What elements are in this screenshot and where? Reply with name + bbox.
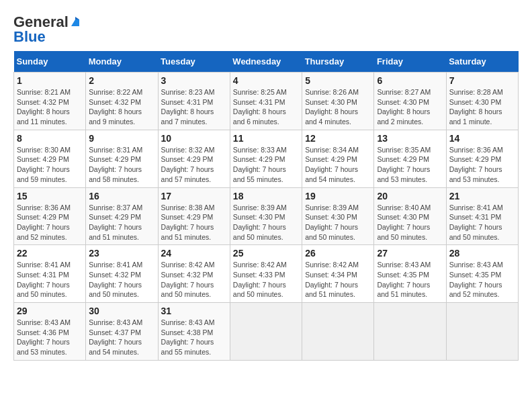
daylight-label: Daylight: 7 hours and 59 minutes. bbox=[17, 165, 70, 183]
sunset-label: Sunset: 4:38 PM bbox=[161, 328, 214, 336]
calendar-table: SundayMondayTuesdayWednesdayThursdayFrid… bbox=[13, 51, 519, 361]
sunrise-label: Sunrise: 8:42 AM bbox=[233, 261, 287, 269]
day-info: Sunrise: 8:39 AM Sunset: 4:30 PM Dayligh… bbox=[233, 203, 299, 242]
sunrise-label: Sunrise: 8:36 AM bbox=[17, 203, 71, 212]
daylight-label: Daylight: 7 hours and 53 minutes. bbox=[377, 165, 430, 183]
day-info: Sunrise: 8:37 AM Sunset: 4:29 PM Dayligh… bbox=[89, 203, 154, 242]
sunrise-label: Sunrise: 8:43 AM bbox=[161, 318, 215, 326]
sunrise-label: Sunrise: 8:25 AM bbox=[233, 88, 287, 96]
calendar-day-cell: 30 Sunrise: 8:43 AM Sunset: 4:37 PM Dayl… bbox=[86, 303, 158, 361]
day-info: Sunrise: 8:23 AM Sunset: 4:31 PM Dayligh… bbox=[161, 87, 227, 127]
calendar-day-cell: 10 Sunrise: 8:32 AM Sunset: 4:29 PM Dayl… bbox=[158, 130, 230, 187]
calendar-day-cell: 2 Sunrise: 8:22 AM Sunset: 4:32 PM Dayli… bbox=[86, 73, 158, 130]
weekday-header-cell: Wednesday bbox=[230, 51, 302, 73]
day-number: 19 bbox=[305, 191, 371, 201]
day-number: 25 bbox=[233, 248, 299, 259]
daylight-label: Daylight: 7 hours and 55 minutes. bbox=[233, 165, 286, 183]
day-info: Sunrise: 8:36 AM Sunset: 4:29 PM Dayligh… bbox=[17, 203, 83, 242]
sunrise-label: Sunrise: 8:37 AM bbox=[89, 203, 142, 212]
calendar-day-cell: 23 Sunrise: 8:41 AM Sunset: 4:32 PM Dayl… bbox=[86, 245, 158, 303]
sunrise-label: Sunrise: 8:33 AM bbox=[233, 146, 287, 154]
sunset-label: Sunset: 4:29 PM bbox=[161, 213, 214, 221]
daylight-label: Daylight: 7 hours and 50 minutes. bbox=[233, 281, 286, 299]
day-number: 8 bbox=[17, 133, 83, 144]
calendar-day-cell bbox=[446, 303, 518, 361]
sunset-label: Sunset: 4:29 PM bbox=[17, 213, 69, 221]
calendar-day-cell: 4 Sunrise: 8:25 AM Sunset: 4:31 PM Dayli… bbox=[230, 73, 302, 130]
sunset-label: Sunset: 4:30 PM bbox=[305, 213, 357, 221]
calendar-day-cell: 25 Sunrise: 8:42 AM Sunset: 4:33 PM Dayl… bbox=[230, 245, 302, 303]
sunrise-label: Sunrise: 8:42 AM bbox=[305, 261, 359, 269]
daylight-label: Daylight: 7 hours and 50 minutes. bbox=[89, 281, 142, 299]
daylight-label: Daylight: 7 hours and 50 minutes. bbox=[17, 281, 70, 299]
daylight-label: Daylight: 7 hours and 58 minutes. bbox=[89, 165, 142, 183]
day-info: Sunrise: 8:27 AM Sunset: 4:30 PM Dayligh… bbox=[377, 87, 443, 127]
weekday-header-row: SundayMondayTuesdayWednesdayThursdayFrid… bbox=[14, 51, 519, 73]
sunrise-label: Sunrise: 8:40 AM bbox=[377, 203, 431, 212]
sunset-label: Sunset: 4:30 PM bbox=[377, 98, 429, 106]
day-info: Sunrise: 8:42 AM Sunset: 4:32 PM Dayligh… bbox=[161, 260, 227, 300]
day-number: 23 bbox=[89, 248, 154, 259]
sunrise-label: Sunrise: 8:23 AM bbox=[161, 88, 215, 96]
sunrise-label: Sunrise: 8:38 AM bbox=[161, 203, 215, 212]
sunrise-label: Sunrise: 8:43 AM bbox=[449, 261, 503, 269]
day-number: 22 bbox=[17, 248, 83, 259]
day-info: Sunrise: 8:43 AM Sunset: 4:35 PM Dayligh… bbox=[377, 260, 443, 300]
calendar-day-cell bbox=[302, 303, 374, 361]
day-number: 11 bbox=[233, 133, 299, 144]
daylight-label: Daylight: 7 hours and 51 minutes. bbox=[305, 281, 358, 299]
calendar-day-cell: 16 Sunrise: 8:37 AM Sunset: 4:29 PM Dayl… bbox=[86, 187, 158, 245]
sunset-label: Sunset: 4:29 PM bbox=[449, 155, 502, 163]
calendar-day-cell: 20 Sunrise: 8:40 AM Sunset: 4:30 PM Dayl… bbox=[374, 187, 446, 245]
day-info: Sunrise: 8:34 AM Sunset: 4:29 PM Dayligh… bbox=[305, 145, 371, 185]
day-number: 7 bbox=[449, 75, 515, 86]
sunrise-label: Sunrise: 8:41 AM bbox=[89, 261, 142, 269]
sunrise-label: Sunrise: 8:21 AM bbox=[17, 88, 71, 96]
day-number: 4 bbox=[233, 75, 299, 86]
day-info: Sunrise: 8:36 AM Sunset: 4:29 PM Dayligh… bbox=[449, 145, 515, 185]
day-number: 1 bbox=[17, 75, 83, 86]
day-info: Sunrise: 8:43 AM Sunset: 4:37 PM Dayligh… bbox=[89, 318, 154, 357]
calendar-day-cell: 27 Sunrise: 8:43 AM Sunset: 4:35 PM Dayl… bbox=[374, 245, 446, 303]
daylight-label: Daylight: 7 hours and 57 minutes. bbox=[161, 165, 214, 183]
day-info: Sunrise: 8:41 AM Sunset: 4:31 PM Dayligh… bbox=[17, 260, 83, 300]
calendar-day-cell: 12 Sunrise: 8:34 AM Sunset: 4:29 PM Dayl… bbox=[302, 130, 374, 187]
daylight-label: Daylight: 8 hours and 4 minutes. bbox=[305, 107, 358, 126]
sunset-label: Sunset: 4:35 PM bbox=[449, 271, 502, 279]
daylight-label: Daylight: 7 hours and 50 minutes. bbox=[305, 223, 358, 241]
day-number: 18 bbox=[233, 191, 299, 201]
sunset-label: Sunset: 4:29 PM bbox=[305, 155, 357, 163]
day-info: Sunrise: 8:42 AM Sunset: 4:33 PM Dayligh… bbox=[233, 260, 299, 300]
day-number: 28 bbox=[449, 248, 515, 259]
svg-marker-1 bbox=[75, 17, 79, 19]
daylight-label: Daylight: 7 hours and 53 minutes. bbox=[17, 338, 70, 356]
calendar-day-cell: 28 Sunrise: 8:43 AM Sunset: 4:35 PM Dayl… bbox=[446, 245, 518, 303]
day-number: 29 bbox=[17, 306, 83, 316]
sunset-label: Sunset: 4:32 PM bbox=[89, 271, 141, 279]
sunset-label: Sunset: 4:29 PM bbox=[17, 155, 69, 163]
calendar-body: 1 Sunrise: 8:21 AM Sunset: 4:32 PM Dayli… bbox=[14, 73, 519, 361]
daylight-label: Daylight: 8 hours and 6 minutes. bbox=[233, 107, 286, 126]
day-info: Sunrise: 8:41 AM Sunset: 4:31 PM Dayligh… bbox=[449, 203, 515, 242]
weekday-header-cell: Thursday bbox=[302, 51, 374, 73]
day-info: Sunrise: 8:33 AM Sunset: 4:29 PM Dayligh… bbox=[233, 145, 299, 185]
sunset-label: Sunset: 4:35 PM bbox=[377, 271, 429, 279]
day-number: 9 bbox=[89, 133, 154, 144]
daylight-label: Daylight: 8 hours and 9 minutes. bbox=[89, 107, 142, 126]
sunrise-label: Sunrise: 8:36 AM bbox=[449, 146, 503, 154]
calendar-day-cell: 18 Sunrise: 8:39 AM Sunset: 4:30 PM Dayl… bbox=[230, 187, 302, 245]
sunrise-label: Sunrise: 8:22 AM bbox=[89, 88, 142, 96]
day-info: Sunrise: 8:26 AM Sunset: 4:30 PM Dayligh… bbox=[305, 87, 371, 127]
daylight-label: Daylight: 7 hours and 51 minutes. bbox=[89, 223, 142, 241]
calendar-day-cell: 24 Sunrise: 8:42 AM Sunset: 4:32 PM Dayl… bbox=[158, 245, 230, 303]
daylight-label: Daylight: 7 hours and 54 minutes. bbox=[305, 165, 358, 183]
day-info: Sunrise: 8:38 AM Sunset: 4:29 PM Dayligh… bbox=[161, 203, 227, 242]
calendar-day-cell: 14 Sunrise: 8:36 AM Sunset: 4:29 PM Dayl… bbox=[446, 130, 518, 187]
sunset-label: Sunset: 4:31 PM bbox=[17, 271, 69, 279]
day-number: 12 bbox=[305, 133, 371, 144]
day-number: 10 bbox=[161, 133, 227, 144]
sunset-label: Sunset: 4:30 PM bbox=[449, 98, 502, 106]
sunset-label: Sunset: 4:36 PM bbox=[17, 328, 69, 336]
day-number: 5 bbox=[305, 75, 371, 86]
calendar-day-cell: 9 Sunrise: 8:31 AM Sunset: 4:29 PM Dayli… bbox=[86, 130, 158, 187]
